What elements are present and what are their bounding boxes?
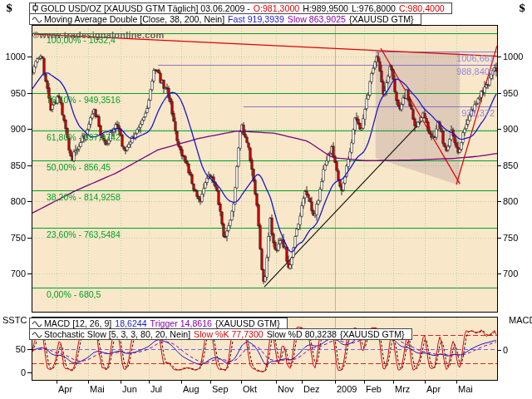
price-level-label: 988,8403 xyxy=(432,66,495,76)
price-level-label: 1006,661 xyxy=(432,53,495,63)
y-axis-label-left: 850 xyxy=(0,160,26,170)
y-axis-label-right: 950 xyxy=(503,88,518,98)
macd-legend-line: MACD [12, 26, 9]18,6244Trigger 14,8616{X… xyxy=(29,318,288,329)
chart-window: 1000100095095090090085085080080075075070… xyxy=(0,0,532,399)
y-axis-label-right: 850 xyxy=(503,160,518,170)
low-value: L:976,8000 xyxy=(352,3,396,13)
symbol-tag: {XAUUSD GTM} xyxy=(349,14,414,24)
y-axis-label-left: 700 xyxy=(0,268,26,278)
month-label: Aug xyxy=(183,384,200,394)
fib-label: 23,60% - 763,5484 xyxy=(47,229,121,239)
main-legend-line2: Moving Average Double [Close, 38, 200, N… xyxy=(29,13,421,25)
y-axis-label-right: 900 xyxy=(503,124,518,134)
panel-right-label: MACD xyxy=(509,315,532,325)
month-label: Apr xyxy=(58,384,72,394)
y-axis-label-left: 800 xyxy=(0,196,26,206)
y-axis-label-left: 950 xyxy=(0,88,26,98)
wave-icon xyxy=(32,320,42,328)
y-axis-label-right: 700 xyxy=(503,268,518,278)
high-value: H:989,9500 xyxy=(303,3,348,13)
y-axis-label-right: 800 xyxy=(503,196,518,206)
close-value: C:980,4000 xyxy=(399,3,445,13)
month-label: Mrz xyxy=(395,384,410,394)
slow-ma-value: Slow 863,9025 xyxy=(288,14,346,24)
main-legend-line1: GOLD USD/OZ [XAUUSD GTM Täglich] 03.06.2… xyxy=(29,2,452,14)
month-label: Okt xyxy=(243,384,257,394)
month-label: Apr xyxy=(426,384,441,394)
fib-label: 50,00% - 856,45 xyxy=(47,162,111,172)
stochastic-d-value: Slow %D 80,3238 xyxy=(267,329,337,339)
macd-zero-label: 0 xyxy=(503,345,508,355)
fib-label: 61,80% - 897,9742 xyxy=(47,132,121,142)
stoch-axis-label: 50 xyxy=(0,344,26,354)
month-label: Jun xyxy=(122,384,137,394)
panel-left-label: SSTC xyxy=(2,315,27,325)
indicator-name: Moving Average Double [Close, 38, 200, N… xyxy=(44,14,224,24)
y-axis-label-left: 1000 xyxy=(0,52,26,62)
y-axis-label-right: 750 xyxy=(503,233,518,243)
candlestick-icon xyxy=(32,3,38,12)
wave-icon xyxy=(32,331,42,338)
month-label: 2009 xyxy=(337,384,357,394)
macd-name: MACD [12, 26, 9] xyxy=(44,318,111,328)
month-label: Feb xyxy=(366,384,382,394)
y-axis-label-left: 900 xyxy=(0,124,26,134)
y-axis-unit-right: $ xyxy=(519,2,525,14)
month-label: Nov xyxy=(278,384,294,394)
wave-icon xyxy=(32,16,42,23)
fib-label: 0,00% - 680,5 xyxy=(47,289,101,299)
y-axis-label-left: 750 xyxy=(0,233,26,243)
month-label: Sep xyxy=(212,384,229,394)
symbol-tag: {XAUUSD GTM} xyxy=(215,318,280,328)
fib-label: 76,40% - 949,3516 xyxy=(47,95,121,105)
fib-label: 38,20% - 814,9258 xyxy=(47,192,121,202)
macd-trigger-value: Trigger 14,8616 xyxy=(150,318,212,328)
stochastic-k-value: Slow %K 77,7300 xyxy=(194,329,264,339)
fast-ma-value: Fast 919,3939 xyxy=(228,14,284,24)
y-axis-label-right: 1000 xyxy=(503,52,523,62)
stochastic-legend-line: Stochastic Slow [5, 3, 3, 80, 20, Nein]S… xyxy=(29,328,412,340)
month-label: Dez xyxy=(303,384,320,394)
y-axis-unit-left: $ xyxy=(6,2,12,14)
stoch-axis-label: 0 xyxy=(0,367,26,377)
month-label: Mai xyxy=(458,384,473,394)
macd-value: 18,6244 xyxy=(115,318,146,328)
stochastic-name: Stochastic Slow [5, 3, 3, 80, 20, Nein] xyxy=(44,329,190,339)
month-label: Mai xyxy=(90,384,105,394)
open-value: O:981,3000 xyxy=(254,3,299,13)
watermark: ©www.tradesignalonline.com xyxy=(32,30,164,40)
month-label: Jul xyxy=(150,384,162,394)
symbol-tag: {XAUUSD GTM} xyxy=(340,329,405,339)
price-level-label: 931,372 xyxy=(432,108,495,118)
instrument-title: GOLD USD/OZ [XAUUSD GTM Täglich] 03.06.2… xyxy=(41,3,250,13)
